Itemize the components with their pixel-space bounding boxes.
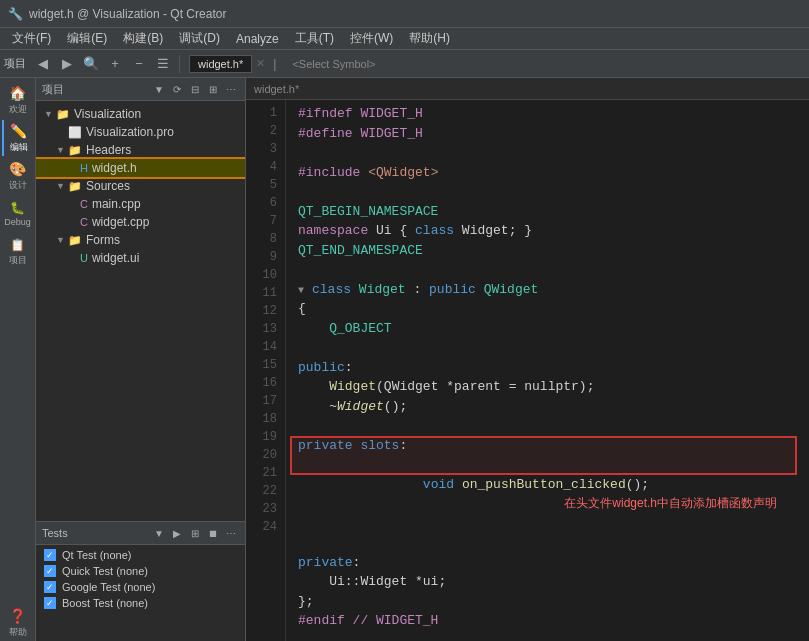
test-run-btn[interactable]: ▶ — [169, 525, 185, 541]
menu-item-w[interactable]: 控件(W) — [342, 28, 401, 49]
tests-panel: Tests ▼ ▶ ⊞ ⏹ ⋯ ✓ Qt Test (none) ✓ Quick… — [36, 521, 245, 641]
cpp-file-icon-widget: C — [80, 216, 88, 228]
activity-edit[interactable]: ✏️ 编辑 — [2, 120, 34, 156]
toolbar-tabs: widget.h* ✕ | <Select Symbol> — [189, 55, 384, 73]
toolbar-btn-2[interactable]: ▶ — [56, 53, 78, 75]
test-filter-btn[interactable]: ▼ — [151, 525, 167, 541]
tree-expand-btn[interactable]: ⊞ — [205, 81, 221, 97]
test-checkbox-boost[interactable]: ✓ — [44, 597, 56, 609]
code-line-4: #include <QWidget> — [298, 163, 797, 183]
tree-item-widget-cpp[interactable]: C widget.cpp — [36, 213, 245, 231]
left-panel: 项目 ▼ ⟳ ⊟ ⊞ ⋯ ▼ 📁 Visualization — [36, 78, 246, 641]
menu-item-e[interactable]: 编辑(E) — [59, 28, 115, 49]
title-bar: 🔧 widget.h @ Visualization - Qt Creator — [0, 0, 809, 28]
activity-help[interactable]: ❓ 帮助 — [2, 605, 34, 641]
line-num-12: 12 — [246, 302, 277, 320]
code-content[interactable]: #ifndef WIDGET_H #define WIDGET_H #inclu… — [286, 100, 809, 641]
code-line-3 — [298, 143, 797, 163]
test-more-btn[interactable]: ⋯ — [223, 525, 239, 541]
tree-filter-btn[interactable]: ▼ — [151, 81, 167, 97]
test-item-qt[interactable]: ✓ Qt Test (none) — [36, 547, 245, 563]
test-item-boost[interactable]: ✓ Boost Test (none) — [36, 595, 245, 611]
code-line-21: private: — [298, 553, 797, 573]
app-icon: 🔧 — [8, 7, 23, 21]
tree-item-main-cpp[interactable]: C main.cpp — [36, 195, 245, 213]
tree-more-btn[interactable]: ⋯ — [223, 81, 239, 97]
code-line-19: void on_pushButton_clicked(); 在头文件widget… — [298, 455, 797, 533]
tests-panel-header: Tests ▼ ▶ ⊞ ⏹ ⋯ — [36, 522, 245, 545]
line-num-14: 14 — [246, 338, 277, 356]
tree-item-visualization-pro[interactable]: ⬜ Visualization.pro — [36, 123, 245, 141]
activity-design[interactable]: 🎨 设计 — [2, 158, 34, 194]
toolbar-btn-3[interactable]: 🔍 — [80, 53, 102, 75]
tests-panel-toolbar: ▼ ▶ ⊞ ⏹ ⋯ — [151, 525, 239, 541]
toolbar-btn-5[interactable]: − — [128, 53, 150, 75]
activity-project[interactable]: 📋 项目 — [2, 234, 34, 270]
project-panel-toolbar: ▼ ⟳ ⊟ ⊞ ⋯ — [151, 81, 239, 97]
menu-item-b[interactable]: 构建(B) — [115, 28, 171, 49]
toolbar: 项目 ◀ ▶ 🔍 + − ☰ widget.h* ✕ | <Select Sym… — [0, 50, 809, 78]
menu-item-analyze[interactable]: Analyze — [228, 30, 287, 48]
tab-close[interactable]: ✕ — [256, 57, 265, 70]
tree-content: ▼ 📁 Visualization ⬜ Visualization.pro ▼ … — [36, 101, 245, 271]
test-stop-btn[interactable]: ⏹ — [205, 525, 221, 541]
folder-icon-headers: 📁 — [68, 144, 82, 157]
toolbar-btn-1[interactable]: ◀ — [32, 53, 54, 75]
menu-item-t[interactable]: 工具(T) — [287, 28, 342, 49]
menu-item-f[interactable]: 文件(F) — [4, 28, 59, 49]
project-tree: ▼ 📁 Visualization ⬜ Visualization.pro ▼ … — [36, 101, 245, 521]
code-line-8: QT_END_NAMESPACE — [298, 241, 797, 261]
code-line-14: public: — [298, 358, 797, 378]
highlight-region: private slots: void on_pushButton_clicke… — [298, 436, 797, 534]
code-line-11: { — [298, 299, 797, 319]
code-area[interactable]: 1 2 3 4 5 6 7 8 9 10 11 12 13 14 15 16 1… — [246, 100, 809, 641]
test-item-quick[interactable]: ✓ Quick Test (none) — [36, 563, 245, 579]
tree-item-headers[interactable]: ▼ 📁 Headers — [36, 141, 245, 159]
line-num-3: 3 — [246, 140, 277, 158]
expand-arrow-headers: ▼ — [56, 145, 68, 155]
tree-item-forms[interactable]: ▼ 📁 Forms — [36, 231, 245, 249]
code-line-12: Q_OBJECT — [298, 319, 797, 339]
main-layout: 🏠 欢迎 ✏️ 编辑 🎨 设计 🐛 Debug 📋 项目 ❓ 帮助 项目 — [0, 78, 809, 641]
test-run-all-btn[interactable]: ⊞ — [187, 525, 203, 541]
code-line-7: namespace Ui { class Widget; } — [298, 221, 797, 241]
line-num-19: 19 — [246, 428, 277, 446]
code-line-5 — [298, 182, 797, 202]
annotation-text: 在头文件widget.h中自动添加槽函数声明 — [564, 494, 777, 512]
code-line-15: Widget(QWidget *parent = nullptr); — [298, 377, 797, 397]
test-checkbox-qt[interactable]: ✓ — [44, 549, 56, 561]
line-num-24: 24 — [246, 518, 277, 536]
toolbar-btn-6[interactable]: ☰ — [152, 53, 174, 75]
project-label: 项目 — [4, 56, 26, 71]
symbol-tab[interactable]: <Select Symbol> — [284, 56, 383, 72]
tree-collapse-btn[interactable]: ⊟ — [187, 81, 203, 97]
toolbar-btn-4[interactable]: + — [104, 53, 126, 75]
line-num-13: 13 — [246, 320, 277, 338]
code-line-17 — [298, 416, 797, 436]
activity-welcome[interactable]: 🏠 欢迎 — [2, 82, 34, 118]
expand-arrow-visualization: ▼ — [44, 109, 56, 119]
line-num-21: 21 — [246, 464, 277, 482]
line-num-4: 4 — [246, 158, 277, 176]
tree-item-visualization[interactable]: ▼ 📁 Visualization — [36, 105, 245, 123]
tree-sync-btn[interactable]: ⟳ — [169, 81, 185, 97]
active-file-tab[interactable]: widget.h* — [189, 55, 252, 73]
test-checkbox-google[interactable]: ✓ — [44, 581, 56, 593]
h-file-icon: H — [80, 162, 88, 174]
code-line-20 — [298, 533, 797, 553]
line-num-20: 20 — [246, 446, 277, 464]
code-line-13 — [298, 338, 797, 358]
tree-item-widget-ui[interactable]: U widget.ui — [36, 249, 245, 267]
activity-debug[interactable]: 🐛 Debug — [2, 196, 34, 232]
menu-item-d[interactable]: 调试(D) — [171, 28, 228, 49]
line-num-22: 22 — [246, 482, 277, 500]
tab-separator: | — [273, 57, 276, 71]
code-line-22: Ui::Widget *ui; — [298, 572, 797, 592]
tree-item-widget-h[interactable]: H widget.h — [36, 159, 245, 177]
code-line-9 — [298, 260, 797, 280]
test-checkbox-quick[interactable]: ✓ — [44, 565, 56, 577]
menu-item-h[interactable]: 帮助(H) — [401, 28, 458, 49]
tree-item-sources[interactable]: ▼ 📁 Sources — [36, 177, 245, 195]
code-line-6: QT_BEGIN_NAMESPACE — [298, 202, 797, 222]
test-item-google[interactable]: ✓ Google Test (none) — [36, 579, 245, 595]
